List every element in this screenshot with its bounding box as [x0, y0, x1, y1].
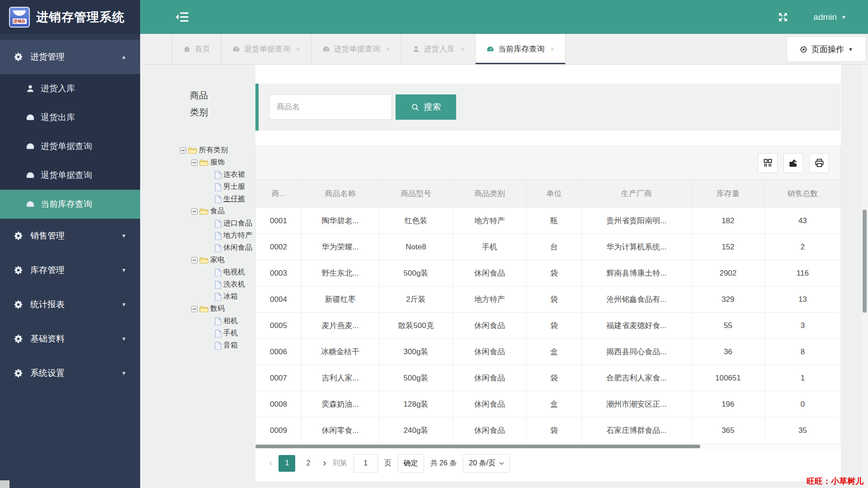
gauge-icon [486, 45, 494, 53]
table-row[interactable]: 0005麦片燕麦...散装500克休闲食品袋福建省麦德好食...553 [256, 313, 841, 339]
table-cell: 0008 [256, 391, 302, 418]
page-number-2[interactable]: 2 [300, 455, 316, 472]
file-icon [215, 317, 222, 325]
close-icon[interactable]: × [461, 45, 465, 53]
tree-panel-title: 商品类别 [190, 87, 212, 121]
tree-node-all-categories[interactable]: 所有类别 [140, 144, 255, 156]
tree-node-jeans[interactable]: 生仔裤 [140, 193, 255, 205]
gauge-icon [26, 113, 35, 122]
sidebar-item-return-orders-query[interactable]: 退货单据查询 [0, 161, 140, 190]
table-cell: 袋 [527, 418, 582, 444]
category-tree-panel: 商品类别 所有类别 服饰 连衣裙 男士服 生仔裤 食品 进口食品 地方特产 休闲… [140, 65, 255, 488]
tab-home[interactable]: 首页 [172, 34, 222, 64]
folder-icon [199, 257, 208, 264]
collapse-minus-icon[interactable] [191, 257, 198, 263]
table-cell: 沧州铭鑫食品有... [581, 286, 691, 313]
collapse-minus-icon[interactable] [191, 160, 198, 166]
table-row[interactable]: 0004新疆红枣2斤装地方特产袋沧州铭鑫食品有...32913 [256, 286, 841, 313]
sidebar-item-current-stock-query[interactable]: 当前库存查询 [0, 190, 140, 219]
tree-node-mens[interactable]: 男士服 [140, 181, 255, 193]
tree-node-food[interactable]: 食品 [140, 205, 255, 217]
table-row[interactable]: 0003野生东北...500g装休闲食品袋辉南县博康土特...2902116 [256, 260, 841, 286]
tree-node-dress[interactable]: 连衣裙 [140, 169, 255, 181]
table-row[interactable]: 0001陶华碧老...红色装地方特产瓶贵州省贵阳南明...18243 [256, 208, 841, 234]
sidebar-item-label: 进货单据查询 [41, 141, 92, 152]
gears-icon [14, 334, 24, 344]
tree-node-label: 洗衣机 [223, 280, 245, 289]
sidebar-item-purchase-inbound[interactable]: 进货入库 [0, 74, 140, 103]
topbar: 进销存 进销存管理系统 admin ▼ [0, 0, 868, 34]
tree-node-local-specialty[interactable]: 地方特产 [140, 230, 255, 242]
collapse-minus-icon[interactable] [180, 147, 186, 154]
tree-node-label: 音箱 [223, 341, 238, 350]
sidebar-item-stock-management[interactable]: 库存管理 ▼ [0, 253, 140, 287]
horizontal-scrollbar[interactable] [255, 444, 841, 449]
tree-node-fridge[interactable]: 冰箱 [140, 291, 255, 303]
search-button-label: 搜索 [424, 101, 441, 113]
tab-purchase-orders-query[interactable]: 进货单据查询 × [311, 34, 401, 64]
tree-node-camera[interactable]: 相机 [140, 315, 255, 327]
columns-button[interactable] [758, 153, 778, 173]
table-row[interactable]: 0008奕森奶油...128g装休闲食品盒潮州市潮安区正...1960 [256, 391, 841, 418]
page-actions-button[interactable]: 页面操作 ▼ [787, 37, 866, 62]
vertical-scrollbar[interactable] [861, 65, 868, 488]
goto-confirm-button[interactable]: 确定 [398, 454, 424, 473]
horizontal-scrollbar-thumb[interactable] [255, 445, 700, 448]
export-button[interactable] [783, 153, 803, 173]
table-cell: 台 [527, 234, 582, 260]
sidebar-item-report-statistics[interactable]: 统计报表 ▼ [0, 287, 140, 322]
fullscreen-button[interactable] [778, 12, 788, 23]
prev-page-button[interactable]: ‹ [269, 457, 272, 469]
goto-page-input[interactable] [354, 454, 378, 473]
tab-return-orders-query[interactable]: 退货单据查询 × [222, 34, 311, 64]
table-cell: 合肥吉利人家食... [581, 365, 691, 391]
collapse-minus-icon[interactable] [191, 306, 198, 312]
tree-node-phone[interactable]: 手机 [140, 327, 255, 339]
column-header: 商品类别 [453, 180, 527, 208]
user-menu[interactable]: admin ▼ [813, 12, 846, 22]
close-icon[interactable]: × [550, 45, 554, 53]
sidebar-item-purchase-orders-query[interactable]: 进货单据查询 [0, 132, 140, 161]
table-row[interactable]: 0009休闲零食...240g装休闲食品袋石家庄博群食品...36535 [256, 418, 841, 444]
tree-node-digital[interactable]: 数码 [140, 303, 255, 315]
table-cell: 2902 [691, 260, 764, 286]
tree-node-washer[interactable]: 洗衣机 [140, 278, 255, 291]
gauge-icon [26, 171, 35, 180]
search-button[interactable]: 搜索 [396, 94, 456, 120]
file-icon [215, 171, 222, 179]
tree-node-label: 家电 [210, 255, 225, 265]
table-cell: 新疆红枣 [301, 286, 379, 313]
table-cell: 辉南县博康土特... [581, 260, 691, 286]
page-size-select[interactable]: 20 条/页 [463, 454, 510, 473]
close-icon[interactable]: × [386, 45, 390, 53]
table-row[interactable]: 0006冰糖金桔干300g装休闲食品盒揭西县同心食品...368 [256, 339, 841, 365]
product-name-input[interactable] [269, 94, 392, 120]
topbar-main: admin ▼ [140, 0, 868, 34]
tab-label: 首页 [195, 44, 210, 54]
print-button[interactable] [809, 153, 829, 173]
table-row[interactable]: 0007吉利人家...500g装休闲食品袋合肥吉利人家食...1006511 [256, 365, 841, 391]
tab-purchase-inbound[interactable]: 进货入库 × [401, 34, 476, 64]
tree-node-tv[interactable]: 电视机 [140, 266, 255, 278]
tree-node-snack[interactable]: 休闲食品 [140, 242, 255, 254]
tree-node-imported[interactable]: 进口食品 [140, 217, 255, 230]
table-row[interactable]: 0002华为荣耀...Note8手机台华为计算机系统...1522 [256, 234, 841, 260]
sidebar-collapse-button[interactable] [175, 12, 189, 23]
tree-node-speaker[interactable]: 音箱 [140, 339, 255, 352]
next-page-button[interactable]: › [323, 457, 326, 469]
tree-node-appliance[interactable]: 家电 [140, 254, 255, 266]
sidebar-item-sales-management[interactable]: 销售管理 ▼ [0, 219, 140, 253]
close-icon[interactable]: × [296, 45, 300, 53]
page-number-1[interactable]: 1 [278, 455, 295, 472]
sidebar-item-base-data[interactable]: 基础资料 ▼ [0, 322, 140, 356]
vertical-scrollbar-thumb[interactable] [863, 210, 867, 313]
tab-current-stock-query[interactable]: 当前库存查询 × [476, 34, 566, 64]
tree-node-clothing[interactable]: 服饰 [140, 156, 255, 169]
collapse-minus-icon[interactable] [191, 208, 198, 215]
sidebar-item-purchase-management[interactable]: 进货管理 ▲ [0, 40, 140, 74]
tree-node-label: 地方特产 [223, 231, 252, 240]
sidebar-item-system-settings[interactable]: 系统设置 ▼ [0, 356, 140, 390]
table-cell: 35 [764, 418, 840, 444]
tab-label: 进货单据查询 [334, 44, 380, 54]
sidebar-item-return-outbound[interactable]: 退货出库 [0, 103, 140, 132]
